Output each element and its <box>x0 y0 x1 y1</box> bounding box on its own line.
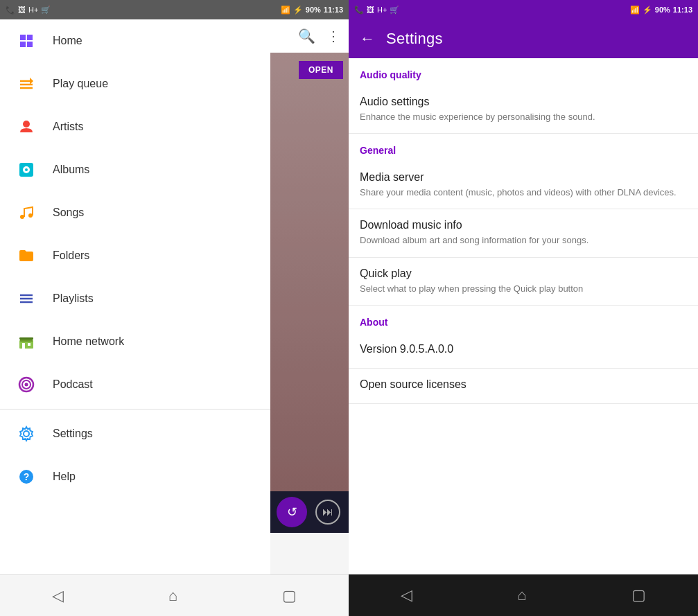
svg-rect-19 <box>28 343 30 346</box>
nav-icon-folders <box>14 243 39 268</box>
home-button-right[interactable]: ⌂ <box>503 581 540 610</box>
nav-icon-settings <box>14 421 39 446</box>
settings-item-desc-download_music_info: Download album art and song information … <box>360 234 687 247</box>
section-header-audio_quality: Audio quality <box>349 58 698 86</box>
nav-label-play_queue: Play queue <box>53 78 108 90</box>
nav-drawer: HomePlay queueArtistsAlbumsSongsFoldersP… <box>0 19 270 574</box>
settings-header: ← Settings <box>349 19 698 58</box>
svg-point-24 <box>25 383 28 387</box>
screenshot-icon: 🖼 <box>18 6 26 14</box>
nav-icon-playlists <box>14 286 39 311</box>
settings-item-title-audio_settings: Audio settings <box>360 96 687 108</box>
replay-button[interactable]: ↺ <box>277 497 307 527</box>
nav-item-songs[interactable]: Songs <box>0 191 270 234</box>
svg-point-13 <box>28 213 33 218</box>
right-bottom-nav: ◁ ⌂ ▢ <box>349 574 698 616</box>
carrier-right: H+ <box>377 6 387 14</box>
section-header-general: General <box>349 134 698 161</box>
section-header-about: About <box>349 306 698 333</box>
svg-rect-1 <box>27 35 33 40</box>
nav-label-artists: Artists <box>53 121 83 133</box>
settings-item-audio_settings[interactable]: Audio settingsEnhance the music experien… <box>349 86 698 134</box>
nav-item-playlists[interactable]: Playlists <box>0 277 270 320</box>
nav-label-settings: Settings <box>53 428 93 440</box>
time-right: 11:13 <box>673 6 692 14</box>
battery-pct-left: 90% <box>306 6 321 14</box>
nav-label-folders: Folders <box>53 249 89 262</box>
settings-item-quick_play[interactable]: Quick playSelect what to play when press… <box>349 258 698 306</box>
call-icon: 📞 <box>6 6 15 15</box>
nav-item-podcast[interactable]: Podcast <box>0 363 270 406</box>
back-button-right[interactable]: ◁ <box>387 581 426 610</box>
settings-item-version[interactable]: Version 9.0.5.A.0.0 <box>349 333 698 369</box>
settings-back-button[interactable]: ← <box>360 30 375 48</box>
settings-item-download_music_info[interactable]: Download music infoDownload album art an… <box>349 209 698 257</box>
settings-title: Settings <box>386 30 443 48</box>
right-status-right: 📶 ⚡ 90% 11:13 <box>630 6 692 15</box>
home-button-left[interactable]: ⌂ <box>155 581 191 610</box>
nav-label-albums: Albums <box>53 164 89 176</box>
nav-label-home: Home <box>53 35 82 47</box>
nav-label-playlists: Playlists <box>53 292 94 305</box>
settings-content: Audio qualityAudio settingsEnhance the m… <box>349 58 698 574</box>
nav-icon-songs <box>14 200 39 225</box>
nav-item-settings[interactable]: Settings <box>0 412 270 455</box>
nav-item-albums[interactable]: Albums <box>0 148 270 191</box>
more-icon[interactable]: ⋮ <box>326 28 340 44</box>
nav-item-play_queue[interactable]: Play queue <box>0 62 270 105</box>
left-status-left: 📞 🖼 H+ 🛒 <box>6 6 51 15</box>
svg-point-25 <box>24 431 29 437</box>
call-icon-right: 📞 <box>354 6 364 15</box>
bg-playback-controls: ↺ ⏭ <box>277 497 340 527</box>
svg-point-12 <box>20 215 24 219</box>
settings-item-title-open_source: Open source licenses <box>360 378 687 391</box>
left-status-right: 📶 ⚡ 90% 11:13 <box>281 6 343 15</box>
signal-icon-right: 📶 <box>630 6 640 15</box>
nav-label-podcast: Podcast <box>53 378 93 391</box>
recents-button-right[interactable]: ▢ <box>618 581 660 610</box>
settings-item-title-media_server: Media server <box>360 171 687 184</box>
nav-item-help[interactable]: ?Help <box>0 455 270 498</box>
settings-item-media_server[interactable]: Media serverShare your media content (mu… <box>349 161 698 209</box>
nav-label-home_network: Home network <box>53 335 124 348</box>
svg-rect-2 <box>20 42 26 47</box>
left-status-bar: 📞 🖼 H+ 🛒 📶 ⚡ 90% 11:13 <box>0 0 349 19</box>
svg-rect-3 <box>27 42 33 47</box>
screenshot-icon-right: 🖼 <box>367 6 374 14</box>
settings-item-desc-media_server: Share your media content (music, photos … <box>360 186 687 199</box>
right-panel: 📞 🖼 H+ 🛒 📶 ⚡ 90% 11:13 ← Settings Audio … <box>349 0 698 616</box>
open-button[interactable]: OPEN <box>299 61 343 79</box>
right-status-left: 📞 🖼 H+ 🛒 <box>354 6 399 15</box>
shopping-icon: 🛒 <box>41 6 51 15</box>
nav-items-list: HomePlay queueArtistsAlbumsSongsFoldersP… <box>0 19 270 498</box>
svg-text:?: ? <box>24 471 30 482</box>
battery-icon-left: ⚡ <box>293 6 303 15</box>
nav-label-songs: Songs <box>53 206 84 219</box>
svg-marker-7 <box>30 78 33 85</box>
nav-icon-podcast <box>14 372 39 397</box>
search-icon[interactable]: 🔍 <box>298 28 315 44</box>
nav-icon-play_queue <box>14 71 39 96</box>
svg-rect-0 <box>20 35 26 40</box>
next-button[interactable]: ⏭ <box>315 500 340 525</box>
settings-item-desc-quick_play: Select what to play when pressing the Qu… <box>360 283 687 295</box>
nav-icon-artists <box>14 114 39 139</box>
settings-item-title-version: Version 9.0.5.A.0.0 <box>360 343 687 355</box>
settings-item-title-download_music_info: Download music info <box>360 219 687 231</box>
svg-rect-21 <box>19 337 33 340</box>
settings-item-open_source[interactable]: Open source licenses <box>349 369 698 404</box>
settings-item-desc-audio_settings: Enhance the music experience by personal… <box>360 111 687 123</box>
recents-button-left[interactable]: ▢ <box>268 581 311 610</box>
battery-icon-right: ⚡ <box>643 6 652 15</box>
nav-label-help: Help <box>53 470 76 483</box>
back-button-left[interactable]: ◁ <box>38 581 78 610</box>
svg-rect-18 <box>22 343 25 349</box>
left-panel: 📞 🖼 H+ 🛒 📶 ⚡ 90% 11:13 🔍 ⋮ OPEN ♦ Gizm <box>0 0 349 616</box>
nav-icon-albums <box>14 157 39 182</box>
nav-item-folders[interactable]: Folders <box>0 234 270 277</box>
nav-item-home[interactable]: Home <box>0 19 270 62</box>
nav-item-artists[interactable]: Artists <box>0 105 270 148</box>
svg-point-11 <box>25 168 28 171</box>
nav-item-home_network[interactable]: Home network <box>0 320 270 363</box>
nav-divider <box>0 409 270 410</box>
